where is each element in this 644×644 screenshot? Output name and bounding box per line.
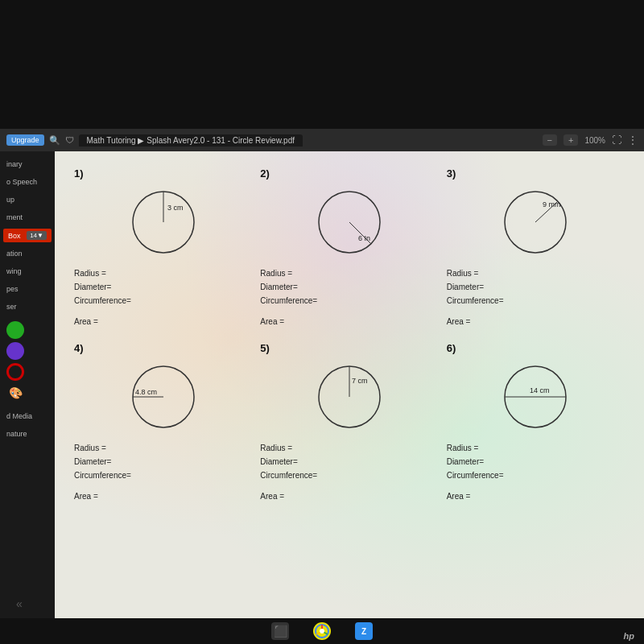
problem-3-circle: 9 mm bbox=[447, 186, 625, 258]
tutor-icon: 🛡 bbox=[65, 135, 74, 145]
circumference-label: Circumference= bbox=[447, 469, 504, 482]
problem-2-area: Area = bbox=[260, 317, 284, 326]
diameter-label: Diameter= bbox=[260, 280, 317, 294]
sidebar-item-ser[interactable]: ser bbox=[3, 300, 52, 313]
diameter-label: Diameter= bbox=[74, 455, 131, 469]
circumference-label: Circumference= bbox=[74, 469, 131, 482]
problem-3-fields: Radius = Diameter= Circumference= bbox=[447, 266, 504, 308]
sidebar-item-wing[interactable]: wing bbox=[3, 265, 52, 278]
taskbar: ⬛ Z bbox=[0, 618, 644, 644]
zoom-level: 100% bbox=[584, 136, 605, 145]
minimize-button[interactable]: − bbox=[543, 134, 557, 146]
svg-text:14 cm: 14 cm bbox=[530, 386, 550, 394]
sidebar-item-up[interactable]: up bbox=[3, 193, 52, 206]
diameter-label: Diameter= bbox=[447, 280, 504, 294]
radius-label: Radius = bbox=[74, 266, 131, 280]
diameter-label: Diameter= bbox=[447, 455, 504, 469]
svg-text:9 mm: 9 mm bbox=[543, 200, 561, 208]
sidebar: inary o Speech up ment Box 14▼ ation win… bbox=[0, 151, 55, 618]
svg-point-19 bbox=[320, 629, 324, 634]
problem-3: 3) 9 mm Radius = Diameter= Circumference… bbox=[447, 167, 625, 326]
box-label: Box bbox=[8, 232, 21, 240]
color-purple[interactable] bbox=[6, 342, 24, 360]
diameter-label: Diameter= bbox=[74, 280, 131, 294]
problem-1: 1) 3 cm Radius = Diameter= Circumference… bbox=[74, 167, 252, 326]
top-black-area bbox=[0, 0, 644, 129]
problem-4-area: Area = bbox=[74, 492, 98, 501]
problem-5-circle: 7 cm bbox=[260, 361, 438, 433]
sidebar-item-media[interactable]: d Media bbox=[3, 410, 52, 423]
taskbar-chrome[interactable] bbox=[313, 622, 331, 640]
problem-5-fields: Radius = Diameter= Circumference= bbox=[260, 441, 317, 482]
color-red-ring[interactable] bbox=[6, 363, 24, 381]
problem-5-area: Area = bbox=[260, 492, 284, 501]
problem-4-number: 4) bbox=[74, 342, 84, 354]
palette-icon[interactable]: 🎨 bbox=[6, 384, 24, 402]
radius-label: Radius = bbox=[260, 266, 317, 280]
svg-text:7 cm: 7 cm bbox=[352, 377, 368, 385]
sidebar-item-pes[interactable]: pes bbox=[3, 283, 52, 295]
problem-6-fields: Radius = Diameter= Circumference= bbox=[447, 441, 504, 482]
circumference-label: Circumference= bbox=[260, 294, 317, 308]
problem-1-circle: 3 cm bbox=[74, 186, 252, 258]
sidebar-item-speech[interactable]: o Speech bbox=[3, 175, 52, 188]
problem-4-circle: 4.8 cm bbox=[74, 361, 252, 433]
problem-4: 4) 4.8 cm Radius = Diameter= Circumferen… bbox=[74, 342, 252, 501]
sidebar-item-box[interactable]: Box 14▼ bbox=[3, 229, 52, 242]
problem-1-area: Area = bbox=[74, 317, 98, 326]
sidebar-item-nature[interactable]: nature bbox=[3, 427, 52, 440]
problem-1-number: 1) bbox=[74, 167, 84, 180]
hp-logo: hp bbox=[624, 631, 634, 641]
main-content: 1) 3 cm Radius = Diameter= Circumference… bbox=[55, 151, 644, 618]
problem-3-area: Area = bbox=[447, 317, 471, 326]
problem-6: 6) 14 cm Radius = Diameter= Circumferenc… bbox=[447, 342, 625, 501]
problem-2-circle: 6 In bbox=[260, 186, 438, 258]
problem-6-circle: 14 cm bbox=[447, 361, 625, 433]
problem-1-fields: Radius = Diameter= Circumference= bbox=[74, 266, 131, 308]
expand-button[interactable]: + bbox=[564, 134, 578, 146]
collapse-sidebar-icon[interactable]: « bbox=[16, 597, 23, 610]
worksheet: 1) 3 cm Radius = Diameter= Circumference… bbox=[55, 151, 644, 517]
svg-text:6 In: 6 In bbox=[358, 234, 370, 242]
problem-2-number: 2) bbox=[260, 167, 270, 180]
problem-2: 2) 6 In Radius = Diameter= Circumference… bbox=[260, 167, 438, 326]
sidebar-item-inary[interactable]: inary bbox=[3, 158, 52, 171]
problem-6-number: 6) bbox=[447, 342, 456, 354]
diameter-label: Diameter= bbox=[260, 455, 317, 469]
radius-label: Radius = bbox=[260, 441, 317, 455]
sidebar-item-ment[interactable]: ment bbox=[3, 211, 52, 224]
problem-4-fields: Radius = Diameter= Circumference= bbox=[74, 441, 131, 482]
svg-text:4.8 cm: 4.8 cm bbox=[135, 388, 157, 396]
problem-6-area: Area = bbox=[447, 492, 471, 501]
problem-5: 5) 7 cm Radius = Diameter= Circumference… bbox=[260, 342, 438, 501]
browser-icon: 🔍 bbox=[49, 135, 60, 146]
circumference-label: Circumference= bbox=[260, 469, 317, 482]
browser-bar: Upgrade 🔍 🛡 Math Tutoring ▶ Splash Avery… bbox=[0, 129, 644, 151]
taskbar-zoom[interactable]: Z bbox=[355, 622, 373, 640]
color-green[interactable] bbox=[6, 321, 24, 339]
radius-label: Radius = bbox=[447, 441, 504, 455]
circumference-label: Circumference= bbox=[447, 294, 504, 308]
circumference-label: Circumference= bbox=[74, 294, 131, 308]
svg-text:3 cm: 3 cm bbox=[167, 204, 184, 212]
more-icon[interactable]: ⋮ bbox=[628, 134, 638, 146]
sidebar-item-ation[interactable]: ation bbox=[3, 247, 52, 260]
radius-label: Radius = bbox=[447, 266, 504, 280]
upgrade-button[interactable]: Upgrade bbox=[6, 134, 44, 146]
share-icon[interactable]: ⛶ bbox=[612, 134, 621, 146]
color-palette-section: 🎨 bbox=[3, 318, 52, 405]
box-badge: 14▼ bbox=[27, 231, 47, 240]
radius-label: Radius = bbox=[74, 441, 131, 455]
browser-tab[interactable]: Math Tutoring ▶ Splash Avery2.0 - 131 - … bbox=[79, 134, 303, 147]
problem-5-number: 5) bbox=[260, 342, 270, 354]
problem-2-fields: Radius = Diameter= Circumference= bbox=[260, 266, 317, 308]
problem-3-number: 3) bbox=[447, 167, 456, 180]
taskbar-app-1[interactable]: ⬛ bbox=[271, 622, 289, 640]
